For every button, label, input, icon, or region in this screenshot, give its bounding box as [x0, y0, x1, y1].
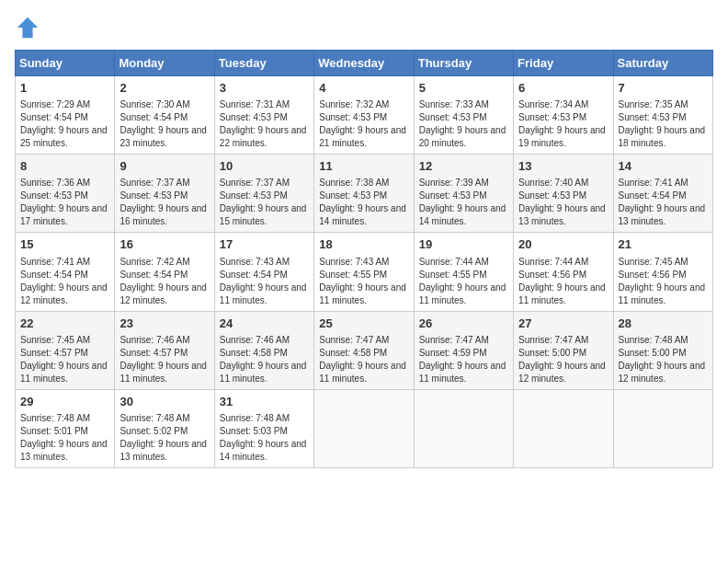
- calendar-cell: 9Sunrise: 7:37 AMSunset: 4:53 PMDaylight…: [115, 155, 214, 233]
- day-info: Sunrise: 7:35 AMSunset: 4:53 PMDaylight:…: [619, 98, 708, 150]
- header-friday: Friday: [514, 51, 613, 76]
- header-thursday: Thursday: [414, 51, 513, 76]
- day-number: 23: [119, 316, 209, 332]
- day-number: 8: [20, 158, 109, 175]
- calendar-cell: 2Sunrise: 7:30 AMSunset: 4:54 PMDaylight…: [115, 76, 214, 155]
- calendar-cell: [514, 389, 613, 467]
- calendar-cell: 18Sunrise: 7:43 AMSunset: 4:55 PMDayligh…: [314, 233, 414, 311]
- calendar-cell: 27Sunrise: 7:47 AMSunset: 5:00 PMDayligh…: [514, 311, 613, 389]
- day-info: Sunrise: 7:39 AMSunset: 4:53 PMDaylight:…: [419, 177, 508, 228]
- calendar-cell: 31Sunrise: 7:48 AMSunset: 5:03 PMDayligh…: [214, 389, 313, 467]
- day-info: Sunrise: 7:48 AMSunset: 5:03 PMDaylight:…: [220, 412, 309, 464]
- day-info: Sunrise: 7:40 AMSunset: 4:53 PMDaylight:…: [518, 177, 608, 228]
- day-info: Sunrise: 7:44 AMSunset: 4:56 PMDaylight:…: [518, 256, 608, 307]
- day-number: 26: [419, 316, 508, 332]
- svg-marker-0: [17, 17, 38, 38]
- day-info: Sunrise: 7:33 AMSunset: 4:53 PMDaylight:…: [419, 98, 508, 150]
- day-number: 14: [619, 158, 708, 175]
- calendar-cell: 12Sunrise: 7:39 AMSunset: 4:53 PMDayligh…: [414, 155, 513, 233]
- day-info: Sunrise: 7:41 AMSunset: 4:54 PMDaylight:…: [619, 177, 708, 228]
- day-info: Sunrise: 7:42 AMSunset: 4:54 PMDaylight:…: [119, 256, 209, 307]
- calendar-cell: 26Sunrise: 7:47 AMSunset: 4:59 PMDayligh…: [414, 311, 513, 389]
- day-number: 2: [119, 80, 209, 97]
- calendar-cell: 23Sunrise: 7:46 AMSunset: 4:57 PMDayligh…: [115, 311, 214, 389]
- day-info: Sunrise: 7:47 AMSunset: 5:00 PMDaylight:…: [518, 334, 608, 385]
- day-number: 28: [619, 316, 708, 332]
- day-info: Sunrise: 7:34 AMSunset: 4:53 PMDaylight:…: [518, 98, 608, 150]
- calendar-table: SundayMondayTuesdayWednesdayThursdayFrid…: [15, 50, 713, 468]
- day-number: 7: [619, 80, 708, 97]
- day-number: 3: [220, 80, 309, 97]
- calendar-cell: 30Sunrise: 7:48 AMSunset: 5:02 PMDayligh…: [115, 389, 214, 467]
- day-number: 9: [119, 158, 209, 175]
- day-info: Sunrise: 7:46 AMSunset: 4:58 PMDaylight:…: [220, 334, 309, 385]
- header-sunday: Sunday: [16, 51, 115, 76]
- day-number: 19: [419, 236, 508, 253]
- day-info: Sunrise: 7:36 AMSunset: 4:53 PMDaylight:…: [20, 177, 109, 228]
- day-number: 15: [20, 236, 109, 253]
- calendar-cell: 7Sunrise: 7:35 AMSunset: 4:53 PMDaylight…: [613, 76, 712, 155]
- header-row: SundayMondayTuesdayWednesdayThursdayFrid…: [16, 51, 713, 76]
- header: [15, 15, 713, 40]
- calendar-cell: 1Sunrise: 7:29 AMSunset: 4:54 PMDaylight…: [16, 76, 115, 155]
- week-row-4: 22Sunrise: 7:45 AMSunset: 4:57 PMDayligh…: [16, 311, 713, 389]
- calendar-cell: 19Sunrise: 7:44 AMSunset: 4:55 PMDayligh…: [414, 233, 513, 311]
- day-number: 30: [119, 394, 209, 410]
- day-info: Sunrise: 7:43 AMSunset: 4:55 PMDaylight:…: [319, 256, 408, 307]
- day-number: 20: [518, 236, 608, 253]
- calendar-cell: 8Sunrise: 7:36 AMSunset: 4:53 PMDaylight…: [16, 155, 115, 233]
- calendar-cell: [314, 389, 414, 467]
- day-number: 24: [220, 316, 309, 332]
- day-number: 6: [518, 80, 608, 97]
- header-monday: Monday: [115, 51, 214, 76]
- day-info: Sunrise: 7:37 AMSunset: 4:53 PMDaylight:…: [220, 177, 309, 228]
- day-number: 11: [319, 158, 408, 175]
- day-info: Sunrise: 7:46 AMSunset: 4:57 PMDaylight:…: [119, 334, 209, 385]
- calendar-cell: [414, 389, 513, 467]
- day-info: Sunrise: 7:48 AMSunset: 5:00 PMDaylight:…: [619, 334, 708, 385]
- calendar-cell: 14Sunrise: 7:41 AMSunset: 4:54 PMDayligh…: [613, 155, 712, 233]
- day-info: Sunrise: 7:47 AMSunset: 4:58 PMDaylight:…: [319, 334, 408, 385]
- day-number: 22: [20, 316, 109, 332]
- day-number: 25: [319, 316, 408, 332]
- calendar-cell: 15Sunrise: 7:41 AMSunset: 4:54 PMDayligh…: [16, 233, 115, 311]
- week-row-2: 8Sunrise: 7:36 AMSunset: 4:53 PMDaylight…: [16, 155, 713, 233]
- day-info: Sunrise: 7:30 AMSunset: 4:54 PMDaylight:…: [119, 98, 209, 150]
- week-row-1: 1Sunrise: 7:29 AMSunset: 4:54 PMDaylight…: [16, 76, 713, 155]
- calendar-cell: 25Sunrise: 7:47 AMSunset: 4:58 PMDayligh…: [314, 311, 414, 389]
- day-info: Sunrise: 7:47 AMSunset: 4:59 PMDaylight:…: [419, 334, 508, 385]
- day-info: Sunrise: 7:48 AMSunset: 5:02 PMDaylight:…: [119, 412, 209, 464]
- calendar-cell: 6Sunrise: 7:34 AMSunset: 4:53 PMDaylight…: [514, 76, 613, 155]
- day-number: 4: [319, 80, 408, 97]
- day-number: 21: [619, 236, 708, 253]
- logo-icon: [15, 15, 40, 40]
- calendar-cell: 29Sunrise: 7:48 AMSunset: 5:01 PMDayligh…: [16, 389, 115, 467]
- calendar-cell: 5Sunrise: 7:33 AMSunset: 4:53 PMDaylight…: [414, 76, 513, 155]
- calendar-cell: 13Sunrise: 7:40 AMSunset: 4:53 PMDayligh…: [514, 155, 613, 233]
- day-number: 13: [518, 158, 608, 175]
- day-number: 29: [20, 394, 109, 410]
- day-info: Sunrise: 7:45 AMSunset: 4:56 PMDaylight:…: [619, 256, 708, 307]
- day-number: 27: [518, 316, 608, 332]
- calendar-cell: 20Sunrise: 7:44 AMSunset: 4:56 PMDayligh…: [514, 233, 613, 311]
- header-saturday: Saturday: [613, 51, 712, 76]
- day-info: Sunrise: 7:38 AMSunset: 4:53 PMDaylight:…: [319, 177, 408, 228]
- header-wednesday: Wednesday: [314, 51, 414, 76]
- day-info: Sunrise: 7:45 AMSunset: 4:57 PMDaylight:…: [20, 334, 109, 385]
- day-number: 1: [20, 80, 109, 97]
- day-info: Sunrise: 7:44 AMSunset: 4:55 PMDaylight:…: [419, 256, 508, 307]
- calendar-cell: [613, 389, 712, 467]
- logo: [15, 15, 44, 40]
- day-info: Sunrise: 7:43 AMSunset: 4:54 PMDaylight:…: [220, 256, 309, 307]
- day-number: 31: [220, 394, 309, 410]
- calendar-cell: 11Sunrise: 7:38 AMSunset: 4:53 PMDayligh…: [314, 155, 414, 233]
- week-row-5: 29Sunrise: 7:48 AMSunset: 5:01 PMDayligh…: [16, 389, 713, 467]
- day-info: Sunrise: 7:37 AMSunset: 4:53 PMDaylight:…: [119, 177, 209, 228]
- day-number: 12: [419, 158, 508, 175]
- day-number: 17: [220, 236, 309, 253]
- header-tuesday: Tuesday: [214, 51, 313, 76]
- day-info: Sunrise: 7:31 AMSunset: 4:53 PMDaylight:…: [220, 98, 309, 150]
- day-number: 10: [220, 158, 309, 175]
- calendar-cell: 16Sunrise: 7:42 AMSunset: 4:54 PMDayligh…: [115, 233, 214, 311]
- day-number: 18: [319, 236, 408, 253]
